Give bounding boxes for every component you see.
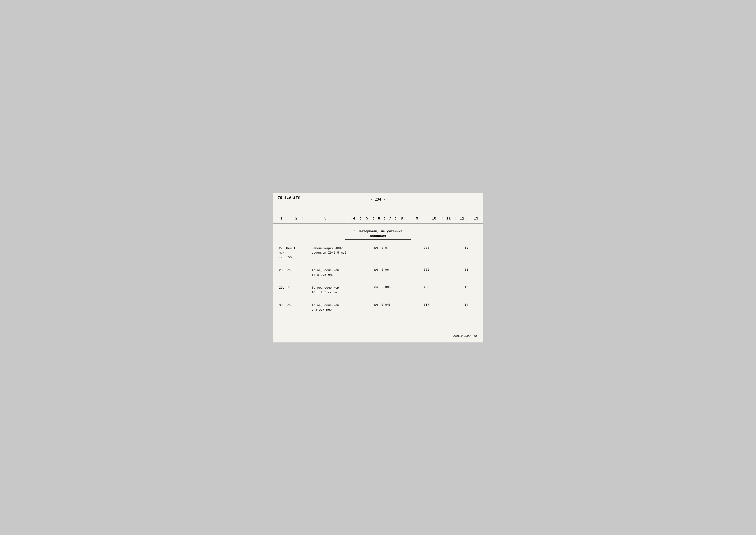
col-header-7: 7 [387,216,393,221]
row-28-id: 28. -"- [273,268,309,273]
row-29-desc: То же, сечением IO x 2,5 кв.мм [309,286,371,295]
row-29-col9: 433 [415,286,438,289]
content-section: П. Материалы, не учтенные ценником 27. Ц… [273,223,483,342]
col-header-6: 6 [376,216,382,221]
row-28-qty: 0,06 [381,268,396,271]
table-row: 27. Цен.I ч.У стр.I50 Кабель марки АКНРГ… [273,242,483,264]
row-28-desc: То же, сечением I4 x 2,5 мм2 [309,268,371,277]
row-30-qty: 0,045 [381,303,396,307]
col-header-10: IO [429,216,440,221]
section-title-line1: П. Материалы, не учтенные [354,230,402,233]
row-29-id: 29. -"- [273,286,309,290]
row-29-unit: км [371,286,381,289]
col-header-5: 5 [363,216,371,221]
col-header-2: 2 [293,216,301,221]
page-number: - 134 - [278,198,478,202]
row-27-qty: 0,07 [381,246,396,250]
col-header-12: I2 [458,216,467,221]
row-28-col9: 55I [415,268,438,271]
row-29-qty: 0,085 [381,286,396,289]
row-28-unit: км [371,268,381,271]
table-row: 28. -"- То же, сечением I4 x 2,5 мм2 км … [273,264,483,281]
section-title: П. Материалы, не учтенные ценником [345,229,411,239]
col-header-3: 3 [305,216,345,221]
row-30-unit: км [371,303,381,307]
table-row: 29. -"- То же, сечением IO x 2,5 кв.мм к… [273,281,483,299]
section-title-line2: ценником [370,234,386,238]
col-header-13: I3 [472,216,481,221]
doc-id: ТП 816-178 [278,196,300,200]
row-27-col12: 50 [457,246,476,250]
row-30-id: 30. -"- [273,303,309,308]
col-header-8: 8 [398,216,406,221]
row-30-col12: I4 [457,303,476,307]
column-headers: I : 2 : 3 : 4 : 5 : 6 : 7 : 8 : 9 : IO :… [273,214,483,223]
row-27-col9: 708 [415,246,438,250]
header-section: ТП 816-178 - 134 - [273,193,483,214]
row-30-desc: То же, сечением 7 x 2,5 мм2 [309,303,371,312]
col-header-11: II [445,216,452,221]
col-header-4: 4 [350,216,358,221]
row-27-desc: Кабель марки АКНРГ сечением I9x2,5 мм2 [309,246,371,255]
row-29-col12: I5 [457,286,476,289]
row-27-unit: км [371,246,381,250]
col-header-9: 9 [411,216,424,221]
row-27-id: 27. Цен.I ч.У стр.I50 [273,246,309,260]
document-page: ТП 816-178 - 134 - I : 2 : 3 : 4 : 5 : 6… [273,193,483,342]
table-row: 30. -"- То же, сечением 7 x 2,5 мм2 км 0… [273,299,483,317]
row-28-col12: 33 [457,268,476,271]
row-30-col9: 8I7 [415,303,438,307]
inventory-number: Инв.№ 6456/IЙ [453,334,477,338]
col-header-1: I [276,216,287,221]
